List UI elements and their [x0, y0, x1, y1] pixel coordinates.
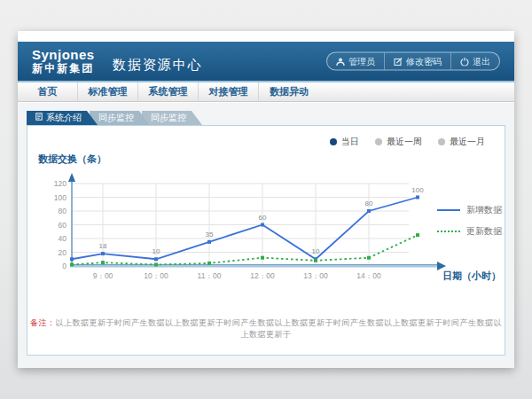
chart-legend: 新增数据 更新数据 [437, 204, 502, 246]
y-tick-label: 80 [59, 207, 67, 215]
data-point [261, 223, 264, 227]
tab-sync-monitor-2[interactable]: 同步监控 [142, 111, 202, 125]
line-chart: 0204060801001209：0010：0011：0012：0013：001… [36, 168, 462, 293]
tab-bar: 系统介绍 同步监控 同步监控 [27, 111, 194, 125]
x-tick-label: 13：00 [303, 271, 328, 280]
logout-button[interactable]: 退出 [450, 53, 499, 70]
app-header: Synjones 新中新集团 数据资源中心 管理员 修改密码 [18, 42, 514, 82]
radio-label: 最近一月 [450, 136, 485, 148]
radio-dot [438, 138, 445, 145]
radio-label: 最近一周 [387, 136, 422, 148]
data-point-label: 80 [365, 200, 373, 207]
radio-last-week[interactable]: 最近一周 [375, 136, 422, 148]
data-point [207, 240, 211, 244]
series-line-1 [72, 235, 418, 264]
change-password-label: 修改密码 [406, 55, 442, 67]
nav-item-standard-mgmt[interactable]: 标准管理 [78, 82, 138, 101]
tab-label: 系统介绍 [46, 111, 82, 125]
current-user-button[interactable]: 管理员 [327, 53, 384, 70]
radio-last-month[interactable]: 最近一月 [438, 136, 485, 148]
current-user-label: 管理员 [348, 55, 375, 67]
dotted-line-swatch [437, 231, 460, 232]
y-axis-title: 数据交换（条） [38, 153, 106, 166]
edit-icon [394, 57, 403, 66]
user-icon [336, 57, 345, 66]
legend-label: 新增数据 [466, 204, 502, 216]
logout-label: 退出 [473, 55, 490, 67]
radio-dot [330, 138, 337, 145]
content-area: 系统介绍 同步监控 同步监控 当日 最近一周 [18, 103, 514, 368]
chart-canvas: 0204060801001209：0010：0011：0012：0013：001… [36, 168, 462, 293]
data-point [101, 252, 105, 255]
data-point-label: 35 [206, 231, 214, 239]
nav-item-data-change[interactable]: 数据异动 [259, 82, 319, 101]
data-point-label: 10 [153, 247, 160, 255]
radio-today[interactable]: 当日 [330, 136, 359, 148]
y-tick-label: 40 [59, 234, 67, 243]
data-point [261, 256, 264, 260]
document-icon [35, 111, 43, 125]
nav-item-system-mgmt[interactable]: 系统管理 [138, 82, 199, 101]
data-point [367, 209, 371, 213]
tab-label: 同步监控 [151, 111, 186, 125]
data-point [154, 257, 158, 261]
page-title: 数据资源中心 [113, 50, 203, 74]
power-icon [460, 57, 469, 66]
data-point [101, 261, 105, 264]
footnote: 备注：以上数据更新于时间产生数据以上数据更新于时间产生数据以上数据更新于时间产生… [27, 317, 505, 340]
x-tick-label: 12：00 [250, 271, 275, 280]
y-tick-label: 100 [54, 193, 66, 202]
data-point [367, 256, 371, 260]
nav-item-interface-mgmt[interactable]: 对接管理 [199, 82, 259, 101]
footnote-label: 备注： [30, 318, 56, 327]
solid-line-swatch [437, 209, 460, 211]
time-range-filter: 当日 最近一周 最近一月 [330, 136, 485, 148]
company-name: 新中新集团 [32, 63, 95, 74]
x-tick-label: 10：00 [144, 271, 168, 280]
radio-dot [375, 138, 382, 145]
legend-label: 更新数据 [466, 225, 502, 238]
x-tick-label: 11：00 [198, 271, 222, 280]
data-point-label: 10 [312, 247, 320, 255]
data-point [154, 262, 158, 266]
radio-label: 当日 [341, 136, 359, 148]
y-axis-arrow [68, 173, 75, 182]
data-point [416, 196, 419, 200]
change-password-button[interactable]: 修改密码 [384, 53, 450, 70]
x-tick-label: 14：00 [356, 271, 381, 280]
data-point [70, 262, 74, 266]
user-menu: 管理员 修改密码 退出 [326, 52, 500, 71]
tab-sync-monitor-1[interactable]: 同步监控 [90, 111, 150, 125]
main-nav: 首页 标准管理 系统管理 对接管理 数据异动 [18, 82, 514, 102]
brand-name: Synjones [32, 48, 95, 63]
nav-item-home[interactable]: 首页 [18, 82, 78, 101]
tab-system-intro[interactable]: 系统介绍 [27, 111, 98, 125]
data-point [70, 257, 74, 261]
y-tick-label: 120 [54, 179, 66, 188]
data-point-label: 18 [99, 242, 107, 250]
data-point [207, 262, 211, 265]
y-tick-label: 60 [59, 221, 67, 230]
y-tick-label: 0 [62, 262, 66, 270]
legend-item-new-data: 新增数据 [437, 204, 502, 216]
footnote-text: 以上数据更新于时间产生数据以上数据更新于时间产生数据以上数据更新于时间产生数据以… [56, 318, 503, 339]
app-window: Synjones 新中新集团 数据资源中心 管理员 修改密码 [18, 31, 514, 368]
desktop-background: Synjones 新中新集团 数据资源中心 管理员 修改密码 [0, 0, 532, 399]
x-tick-label: 9：00 [93, 271, 113, 280]
data-point-label: 60 [259, 214, 267, 222]
brand-logo: Synjones 新中新集团 [32, 48, 95, 74]
data-point-label: 100 [411, 186, 424, 194]
legend-item-updated-data: 更新数据 [437, 225, 502, 238]
x-axis-title: 日期（小时） [442, 270, 501, 283]
y-tick-label: 20 [59, 248, 67, 257]
chart-panel: 当日 最近一周 最近一月 数据交换（条） 0204060801001209：00… [27, 125, 505, 356]
data-point [416, 233, 419, 237]
tab-label: 同步监控 [98, 111, 134, 125]
data-point [314, 259, 317, 262]
